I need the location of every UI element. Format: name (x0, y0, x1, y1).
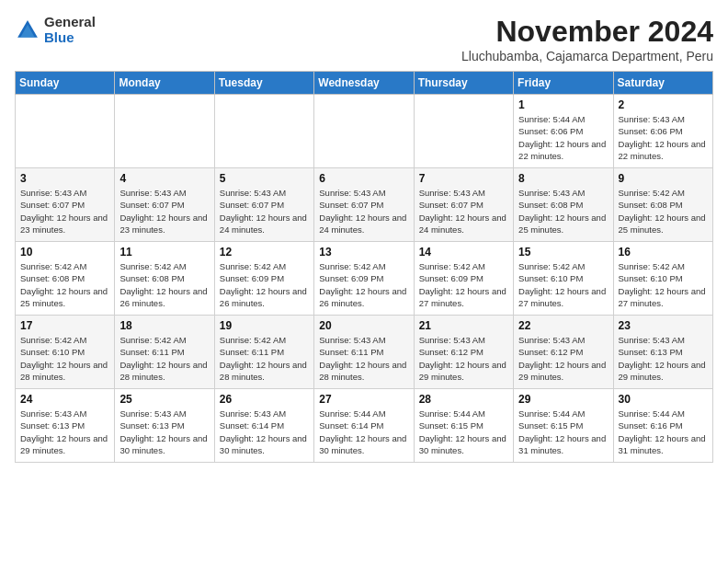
calendar-week-row: 24Sunrise: 5:43 AM Sunset: 6:13 PM Dayli… (16, 389, 713, 463)
day-number: 2 (619, 98, 708, 111)
calendar-empty-cell (115, 95, 214, 168)
calendar-day-16: 16Sunrise: 5:42 AM Sunset: 6:10 PM Dayli… (613, 242, 712, 316)
day-info: Sunrise: 5:42 AM Sunset: 6:08 PM Dayligh… (20, 260, 109, 309)
day-info: Sunrise: 5:43 AM Sunset: 6:14 PM Dayligh… (220, 408, 309, 456)
calendar-empty-cell (414, 95, 513, 168)
day-number: 18 (119, 319, 209, 332)
day-number: 25 (119, 393, 209, 406)
calendar-day-22: 22Sunrise: 5:43 AM Sunset: 6:12 PM Dayli… (514, 316, 613, 389)
day-info: Sunrise: 5:43 AM Sunset: 6:07 PM Dayligh… (220, 187, 309, 236)
calendar-header-thursday: Thursday (414, 72, 513, 95)
calendar-day-6: 6Sunrise: 5:43 AM Sunset: 6:07 PM Daylig… (314, 168, 414, 242)
day-info: Sunrise: 5:43 AM Sunset: 6:08 PM Dayligh… (518, 187, 608, 236)
day-info: Sunrise: 5:42 AM Sunset: 6:11 PM Dayligh… (220, 334, 309, 383)
day-info: Sunrise: 5:43 AM Sunset: 6:07 PM Dayligh… (319, 187, 408, 236)
calendar-day-12: 12Sunrise: 5:42 AM Sunset: 6:09 PM Dayli… (214, 242, 313, 316)
day-number: 16 (619, 246, 708, 259)
day-info: Sunrise: 5:43 AM Sunset: 6:12 PM Dayligh… (518, 334, 608, 383)
day-number: 27 (319, 393, 408, 406)
day-number: 11 (119, 246, 209, 259)
month-title: November 2024 (461, 15, 713, 49)
calendar-day-10: 10Sunrise: 5:42 AM Sunset: 6:08 PM Dayli… (16, 242, 115, 316)
calendar-day-8: 8Sunrise: 5:43 AM Sunset: 6:08 PM Daylig… (514, 168, 613, 242)
calendar-day-1: 1Sunrise: 5:44 AM Sunset: 6:06 PM Daylig… (514, 95, 613, 168)
day-info: Sunrise: 5:43 AM Sunset: 6:11 PM Dayligh… (319, 334, 408, 383)
calendar-header-wednesday: Wednesday (314, 72, 414, 95)
calendar-day-21: 21Sunrise: 5:43 AM Sunset: 6:12 PM Dayli… (414, 316, 513, 389)
calendar-header-friday: Friday (514, 72, 613, 95)
logo-text: General Blue (44, 15, 96, 45)
calendar-day-11: 11Sunrise: 5:42 AM Sunset: 6:08 PM Dayli… (115, 242, 214, 316)
calendar-day-2: 2Sunrise: 5:43 AM Sunset: 6:06 PM Daylig… (613, 95, 712, 168)
calendar-empty-cell (214, 95, 313, 168)
calendar-table: SundayMondayTuesdayWednesdayThursdayFrid… (15, 71, 713, 463)
calendar-day-27: 27Sunrise: 5:44 AM Sunset: 6:14 PM Dayli… (314, 389, 414, 463)
day-number: 12 (220, 246, 309, 259)
calendar-week-row: 1Sunrise: 5:44 AM Sunset: 6:06 PM Daylig… (16, 95, 713, 168)
calendar-day-30: 30Sunrise: 5:44 AM Sunset: 6:16 PM Dayli… (613, 389, 712, 463)
day-number: 7 (419, 172, 508, 185)
day-info: Sunrise: 5:43 AM Sunset: 6:13 PM Dayligh… (20, 408, 109, 456)
calendar-day-19: 19Sunrise: 5:42 AM Sunset: 6:11 PM Dayli… (214, 316, 313, 389)
calendar-header-row: SundayMondayTuesdayWednesdayThursdayFrid… (16, 72, 713, 95)
page-header: General Blue November 2024 Lluchubamba, … (15, 15, 713, 63)
day-info: Sunrise: 5:44 AM Sunset: 6:15 PM Dayligh… (518, 408, 608, 456)
calendar-day-18: 18Sunrise: 5:42 AM Sunset: 6:11 PM Dayli… (115, 316, 214, 389)
day-number: 1 (518, 98, 608, 111)
logo-icon (15, 17, 40, 43)
day-info: Sunrise: 5:43 AM Sunset: 6:13 PM Dayligh… (619, 334, 708, 383)
calendar-empty-cell (314, 95, 414, 168)
calendar-day-4: 4Sunrise: 5:43 AM Sunset: 6:07 PM Daylig… (115, 168, 214, 242)
location: Lluchubamba, Cajamarca Department, Peru (461, 49, 713, 63)
calendar-day-17: 17Sunrise: 5:42 AM Sunset: 6:10 PM Dayli… (16, 316, 115, 389)
day-info: Sunrise: 5:42 AM Sunset: 6:09 PM Dayligh… (319, 260, 408, 309)
calendar-day-13: 13Sunrise: 5:42 AM Sunset: 6:09 PM Dayli… (314, 242, 414, 316)
day-info: Sunrise: 5:42 AM Sunset: 6:11 PM Dayligh… (119, 334, 209, 383)
day-info: Sunrise: 5:43 AM Sunset: 6:13 PM Dayligh… (119, 408, 209, 456)
day-info: Sunrise: 5:42 AM Sunset: 6:10 PM Dayligh… (518, 260, 608, 309)
day-number: 9 (619, 172, 708, 185)
calendar-week-row: 3Sunrise: 5:43 AM Sunset: 6:07 PM Daylig… (16, 168, 713, 242)
day-info: Sunrise: 5:43 AM Sunset: 6:12 PM Dayligh… (419, 334, 508, 383)
calendar-header-tuesday: Tuesday (214, 72, 313, 95)
day-info: Sunrise: 5:44 AM Sunset: 6:16 PM Dayligh… (619, 408, 708, 456)
calendar-empty-cell (16, 95, 115, 168)
calendar-day-26: 26Sunrise: 5:43 AM Sunset: 6:14 PM Dayli… (214, 389, 313, 463)
day-info: Sunrise: 5:44 AM Sunset: 6:15 PM Dayligh… (419, 408, 508, 456)
day-number: 6 (319, 172, 408, 185)
day-info: Sunrise: 5:42 AM Sunset: 6:10 PM Dayligh… (20, 334, 109, 383)
calendar-week-row: 17Sunrise: 5:42 AM Sunset: 6:10 PM Dayli… (16, 316, 713, 389)
day-info: Sunrise: 5:44 AM Sunset: 6:14 PM Dayligh… (319, 408, 408, 456)
day-info: Sunrise: 5:42 AM Sunset: 6:08 PM Dayligh… (619, 187, 708, 236)
day-info: Sunrise: 5:43 AM Sunset: 6:07 PM Dayligh… (419, 187, 508, 236)
day-info: Sunrise: 5:43 AM Sunset: 6:06 PM Dayligh… (619, 113, 708, 162)
day-info: Sunrise: 5:42 AM Sunset: 6:08 PM Dayligh… (119, 260, 209, 309)
calendar-day-24: 24Sunrise: 5:43 AM Sunset: 6:13 PM Dayli… (16, 389, 115, 463)
day-info: Sunrise: 5:43 AM Sunset: 6:07 PM Dayligh… (20, 187, 109, 236)
day-number: 13 (319, 246, 408, 259)
day-number: 30 (619, 393, 708, 406)
calendar-header-sunday: Sunday (16, 72, 115, 95)
day-number: 14 (419, 246, 508, 259)
calendar-day-7: 7Sunrise: 5:43 AM Sunset: 6:07 PM Daylig… (414, 168, 513, 242)
day-number: 22 (518, 319, 608, 332)
day-number: 5 (220, 172, 309, 185)
calendar-day-9: 9Sunrise: 5:42 AM Sunset: 6:08 PM Daylig… (613, 168, 712, 242)
calendar-day-25: 25Sunrise: 5:43 AM Sunset: 6:13 PM Dayli… (115, 389, 214, 463)
day-info: Sunrise: 5:44 AM Sunset: 6:06 PM Dayligh… (518, 113, 608, 162)
day-number: 23 (619, 319, 708, 332)
calendar-header-monday: Monday (115, 72, 214, 95)
day-number: 15 (518, 246, 608, 259)
calendar-day-28: 28Sunrise: 5:44 AM Sunset: 6:15 PM Dayli… (414, 389, 513, 463)
day-number: 17 (20, 319, 109, 332)
day-number: 4 (119, 172, 209, 185)
day-info: Sunrise: 5:42 AM Sunset: 6:09 PM Dayligh… (220, 260, 309, 309)
day-number: 20 (319, 319, 408, 332)
day-info: Sunrise: 5:43 AM Sunset: 6:07 PM Dayligh… (119, 187, 209, 236)
day-number: 28 (419, 393, 508, 406)
day-number: 26 (220, 393, 309, 406)
day-number: 3 (20, 172, 109, 185)
logo-general: General (44, 15, 96, 30)
day-number: 21 (419, 319, 508, 332)
day-number: 24 (20, 393, 109, 406)
